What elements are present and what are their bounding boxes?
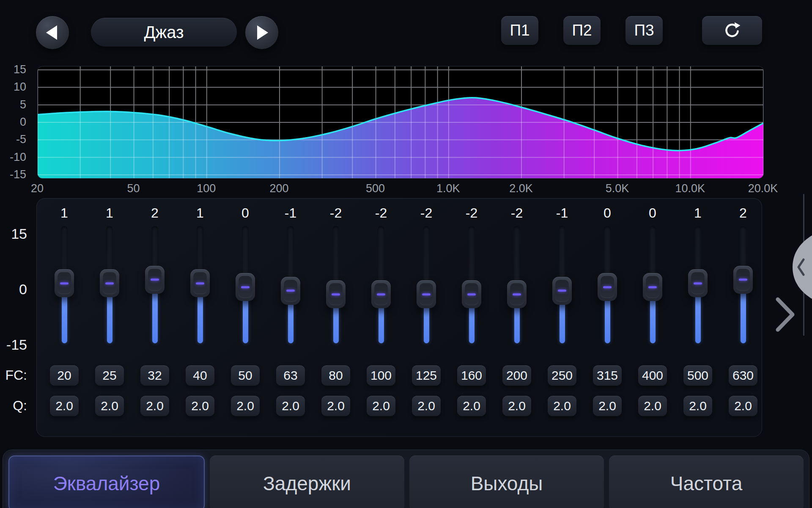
band-gain-value: 2 bbox=[134, 205, 176, 221]
band-slider-thumb[interactable] bbox=[190, 269, 210, 297]
band-q-value: 2.0 bbox=[644, 399, 661, 413]
band-fc-button[interactable]: 400 bbox=[638, 365, 667, 386]
band-slider-thumb[interactable] bbox=[326, 280, 346, 308]
band-q-button[interactable]: 2.0 bbox=[276, 396, 305, 416]
band-slider-thumb[interactable] bbox=[371, 280, 391, 308]
band-q-button[interactable]: 2.0 bbox=[502, 396, 531, 416]
band-fc-button[interactable]: 40 bbox=[186, 365, 214, 386]
band-q-button[interactable]: 2.0 bbox=[231, 396, 260, 416]
band-slider-thumb[interactable] bbox=[688, 269, 708, 297]
band-fc-value: 250 bbox=[551, 368, 573, 383]
band-slider-thumb-dash-icon bbox=[694, 282, 702, 284]
band-q-button[interactable]: 2.0 bbox=[321, 396, 350, 416]
frequency-tick-label: 20 bbox=[31, 182, 44, 195]
band-slider-thumb[interactable] bbox=[507, 280, 527, 308]
eq-band: 2 32 2.0 bbox=[134, 199, 176, 437]
band-gain-value: -2 bbox=[496, 205, 538, 221]
band-gain-value: -1 bbox=[541, 205, 583, 221]
band-slider-thumb-dash-icon bbox=[241, 286, 250, 288]
band-slider-thumb[interactable] bbox=[281, 277, 300, 305]
band-slider-thumb-inner bbox=[148, 269, 162, 291]
band-fc-button[interactable]: 25 bbox=[95, 365, 124, 386]
band-fc-button[interactable]: 20 bbox=[50, 365, 79, 386]
band-fc-button[interactable]: 80 bbox=[321, 365, 350, 386]
eq-band: 1 20 2.0 bbox=[43, 199, 85, 437]
tab-outputs[interactable]: Выходы bbox=[409, 456, 604, 508]
band-fc-button[interactable]: 250 bbox=[548, 365, 576, 386]
band-slider-thumb-dash-icon bbox=[286, 290, 295, 292]
band-q-button[interactable]: 2.0 bbox=[683, 396, 712, 416]
band-slider-thumb-inner bbox=[646, 276, 659, 298]
preset-next-button[interactable] bbox=[245, 16, 278, 49]
band-q-button[interactable]: 2.0 bbox=[457, 396, 486, 416]
memory-preset-1-button[interactable]: П1 bbox=[501, 16, 538, 45]
band-slider-thumb[interactable] bbox=[100, 269, 119, 297]
band-slider-thumb[interactable] bbox=[643, 273, 662, 301]
band-slider-thumb-dash-icon bbox=[603, 286, 612, 288]
band-slider-thumb-inner bbox=[374, 283, 388, 305]
band-fc-value: 125 bbox=[416, 368, 437, 383]
eq-band: -2 80 2.0 bbox=[315, 199, 357, 437]
band-fc-value: 160 bbox=[461, 368, 482, 383]
eq-band: 0 400 2.0 bbox=[631, 199, 674, 437]
band-slider-thumb[interactable] bbox=[55, 269, 74, 297]
eq-band: 1 25 2.0 bbox=[88, 199, 131, 437]
band-fc-value: 400 bbox=[642, 368, 663, 383]
band-q-value: 2.0 bbox=[236, 399, 254, 413]
band-slider-thumb[interactable] bbox=[417, 280, 436, 308]
band-slider-thumb[interactable] bbox=[733, 266, 753, 294]
band-slider-thumb[interactable] bbox=[145, 266, 165, 294]
band-slider-thumb-dash-icon bbox=[648, 286, 657, 288]
band-slider-thumb[interactable] bbox=[552, 277, 572, 305]
band-gain-value: 0 bbox=[224, 205, 266, 221]
band-q-value: 2.0 bbox=[689, 399, 707, 413]
band-q-button[interactable]: 2.0 bbox=[412, 396, 441, 416]
band-q-button[interactable]: 2.0 bbox=[729, 396, 757, 416]
band-fc-button[interactable]: 63 bbox=[276, 365, 305, 386]
band-q-button[interactable]: 2.0 bbox=[638, 396, 667, 416]
band-q-button[interactable]: 2.0 bbox=[367, 396, 395, 416]
reset-button[interactable] bbox=[702, 16, 762, 45]
memory-preset-3-button[interactable]: П3 bbox=[625, 16, 663, 45]
band-fc-button[interactable]: 125 bbox=[412, 365, 441, 386]
memory-preset-2-button[interactable]: П2 bbox=[563, 16, 601, 45]
band-fc-button[interactable]: 630 bbox=[729, 365, 757, 386]
band-fc-button[interactable]: 315 bbox=[593, 365, 622, 386]
band-q-button[interactable]: 2.0 bbox=[548, 396, 576, 416]
tab-frequency[interactable]: Частота bbox=[609, 456, 804, 508]
equalizer-band-panel: 1 20 2.0 1 25 2.0 2 32 2.0 bbox=[36, 198, 762, 437]
band-q-button[interactable]: 2.0 bbox=[140, 396, 169, 416]
tab-delays[interactable]: Задержки bbox=[210, 456, 404, 508]
band-fc-button[interactable]: 500 bbox=[683, 365, 712, 386]
band-q-button[interactable]: 2.0 bbox=[593, 396, 622, 416]
band-fc-button[interactable]: 50 bbox=[231, 365, 260, 386]
band-slider-thumb-dash-icon bbox=[422, 293, 431, 295]
db-tick-label: 0 bbox=[0, 116, 30, 128]
band-fc-button[interactable]: 200 bbox=[502, 365, 531, 386]
band-fc-button[interactable]: 100 bbox=[367, 365, 395, 386]
fc-row-label: FC: bbox=[0, 367, 27, 383]
band-gain-value: -2 bbox=[315, 205, 357, 221]
band-slider-thumb[interactable] bbox=[598, 273, 617, 301]
band-gain-value: 1 bbox=[88, 205, 131, 221]
preset-name-pill[interactable]: Джаз bbox=[91, 18, 237, 47]
band-q-value: 2.0 bbox=[372, 399, 390, 413]
band-q-button[interactable]: 2.0 bbox=[50, 396, 79, 416]
band-gain-value: 2 bbox=[722, 205, 764, 221]
side-panel-handle[interactable] bbox=[788, 235, 812, 299]
eq-response-graph bbox=[37, 66, 764, 179]
band-q-button[interactable]: 2.0 bbox=[95, 396, 124, 416]
preset-prev-button[interactable] bbox=[36, 16, 69, 49]
band-q-button[interactable]: 2.0 bbox=[186, 396, 214, 416]
db-tick-label: 5 bbox=[0, 98, 30, 111]
eq-band: -1 250 2.0 bbox=[541, 199, 583, 437]
band-fc-button[interactable]: 32 bbox=[140, 365, 169, 386]
band-slider-thumb[interactable] bbox=[462, 280, 481, 308]
tab-equalizer[interactable]: Эквалайзер bbox=[8, 456, 205, 508]
rail-label-plus15: 15 bbox=[0, 226, 27, 242]
scroll-bands-right-button[interactable] bbox=[775, 296, 796, 333]
band-q-value: 2.0 bbox=[327, 399, 345, 413]
band-fc-button[interactable]: 160 bbox=[457, 365, 486, 386]
band-slider-thumb[interactable] bbox=[236, 273, 255, 301]
band-fc-value: 80 bbox=[329, 368, 343, 383]
